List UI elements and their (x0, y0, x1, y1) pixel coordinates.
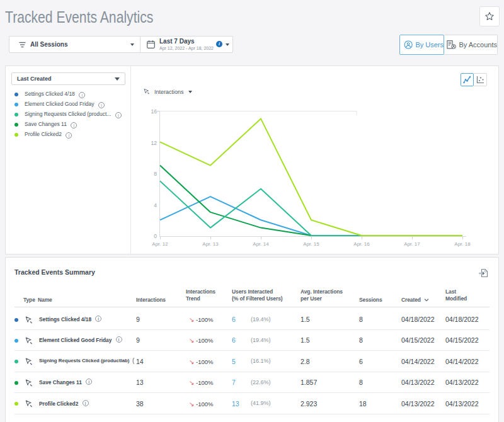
svg-text:0: 0 (154, 233, 157, 239)
svg-text:Apr. 16: Apr. 16 (353, 241, 370, 247)
svg-text:Apr. 15: Apr. 15 (303, 241, 319, 247)
svg-text:Apr. 18: Apr. 18 (454, 241, 471, 247)
svg-text:Apr. 12: Apr. 12 (152, 241, 168, 247)
svg-text:12: 12 (151, 140, 158, 146)
svg-text:8: 8 (154, 171, 157, 177)
svg-text:4: 4 (154, 202, 157, 208)
svg-text:Apr. 17: Apr. 17 (404, 241, 420, 247)
svg-text:16: 16 (151, 108, 158, 115)
svg-text:Apr. 14: Apr. 14 (253, 241, 269, 247)
svg-text:Apr. 13: Apr. 13 (202, 241, 219, 247)
